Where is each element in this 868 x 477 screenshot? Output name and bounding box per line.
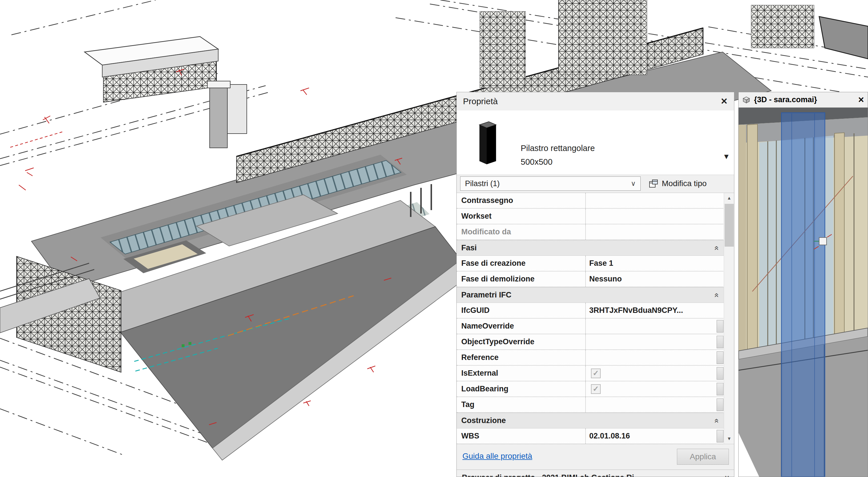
associate-param-button[interactable] [717,320,723,332]
property-label: NameOverride [457,319,586,334]
checkbox[interactable]: ✓ [591,369,601,378]
property-label: Fase di demolizione [457,272,586,287]
edit-type-label: Modifica tipo [662,179,707,188]
property-value-field[interactable] [586,193,724,208]
properties-panel-titlebar[interactable]: Proprietà ✕ [457,92,734,110]
property-value-field[interactable] [586,319,724,334]
property-value-field: ✓ [586,381,724,396]
edit-type-icon [649,179,658,188]
table-row: Fase di creazione Fase 1 [457,256,724,272]
table-row: Tag [457,397,724,413]
property-value-field[interactable]: 02.01.08.16 [586,428,724,444]
associate-param-button[interactable] [717,383,723,395]
properties-help-link[interactable]: Guida alle proprietà [462,452,532,461]
view-cube-icon [742,96,751,104]
property-label: Contrassegno [457,193,586,208]
model-3d-viewport[interactable] [0,0,868,477]
property-value-field[interactable] [586,397,724,412]
view-3d-canvas[interactable] [739,107,868,477]
table-row: IsExternal ✓ [457,366,724,381]
view-window-title: {3D - sara.comai} [754,95,817,104]
filter-row: Pilastri (1) ∨ Modifica tipo [457,175,734,193]
property-label: Tag [457,397,586,412]
close-icon[interactable]: ✕ [721,97,728,106]
dropdown-arrow-icon[interactable]: ▼ [723,152,730,161]
associate-param-button[interactable] [717,399,723,411]
property-label: ObjectTypeOverride [457,334,586,349]
selected-column[interactable] [781,113,825,477]
property-label: IfcGUID [457,303,586,318]
table-row: Contrassegno [457,193,724,209]
properties-panel: Proprietà ✕ Pilastro rettangolare 500x50… [457,92,734,477]
property-label: Reference [457,350,586,365]
type-name: 500x500 [521,157,552,167]
project-browser-title: Browser di progetto - 2021 BIMLab Gestio… [462,473,641,477]
associate-param-button[interactable] [717,336,723,348]
table-row: IfcGUID 3RHTJxFNvBduaN9CPY... [457,303,724,319]
property-value-field[interactable]: 3RHTJxFNvBduaN9CPY... [586,303,724,318]
model-3d-view[interactable] [0,0,868,477]
section-collapse-icon[interactable]: « [712,246,721,250]
element-filter-combo[interactable]: Pilastri (1) ∨ [460,177,641,191]
associate-param-button[interactable] [717,367,723,380]
pedestrian-bridge [85,36,247,148]
apply-button[interactable]: Applica [677,449,729,465]
scroll-up-icon[interactable]: ▲ [724,193,734,203]
section-collapse-icon[interactable]: « [712,418,721,423]
chevron-down-icon: ∨ [631,180,636,188]
properties-panel-title: Proprietà [463,96,498,106]
associate-param-button[interactable] [717,430,723,442]
table-row: Modificato da [457,224,724,240]
column-thumbnail-image [461,115,513,170]
property-label: LoadBearing [457,381,586,396]
type-selector[interactable]: Pilastro rettangolare 500x500 ▼ [457,110,734,175]
view-3d-scene[interactable] [739,107,868,477]
property-label: Workset [457,209,586,224]
properties-footer: Guida alle proprietà Applica [457,444,734,470]
table-row: NameOverride [457,319,724,334]
application-window: Proprietà ✕ Pilastro rettangolare 500x50… [0,0,868,477]
type-thumbnail [461,115,513,170]
section-header-parametri-ifc[interactable]: Parametri IFC « [457,287,724,303]
element-filter-value: Pilastri (1) [465,179,500,188]
property-value-field: ✓ [586,366,724,381]
section-header-fasi[interactable]: Fasi « [457,240,724,256]
associate-param-button[interactable] [717,351,723,364]
property-label: Fase di creazione [457,256,586,271]
section-header-costruzione[interactable]: Costruzione « [457,413,724,428]
project-browser-header[interactable]: Browser di progetto - 2021 BIMLab Gestio… [457,470,734,477]
table-row: Fase di demolizione Nessuno [457,272,724,287]
checkbox[interactable]: ✓ [591,384,601,394]
property-grid: Contrassegno Workset Modificato da Fasi … [457,193,724,444]
property-label: Modificato da [457,224,586,240]
table-row: Workset [457,209,724,224]
vertical-scrollbar[interactable]: ▲ ▼ [724,193,734,444]
close-icon[interactable]: ✕ [858,95,864,104]
property-value-field[interactable] [586,350,724,365]
table-row: WBS 02.01.08.16 [457,428,724,444]
table-row: Reference [457,350,724,366]
property-value-field[interactable] [586,209,724,224]
property-value-field[interactable]: Nessuno [586,272,724,287]
property-value-field[interactable]: Fase 1 [586,256,724,271]
chevron-down-icon: ∨ [724,474,730,477]
property-label: IsExternal [457,366,586,381]
table-row: ObjectTypeOverride [457,334,724,350]
section-collapse-icon[interactable]: « [712,293,721,297]
property-label: WBS [457,428,586,444]
property-value-field [586,224,724,240]
scroll-down-icon[interactable]: ▼ [724,434,734,444]
view-window-titlebar[interactable]: {3D - sara.comai} ✕ [739,92,868,107]
view-window-3d: {3D - sara.comai} ✕ [738,92,868,477]
family-name: Pilastro rettangolare [521,144,595,153]
scrollbar-thumb[interactable] [724,204,734,247]
table-row: LoadBearing ✓ [457,381,724,397]
edit-type-button[interactable]: Modifica tipo [649,177,707,191]
property-value-field[interactable] [586,334,724,349]
